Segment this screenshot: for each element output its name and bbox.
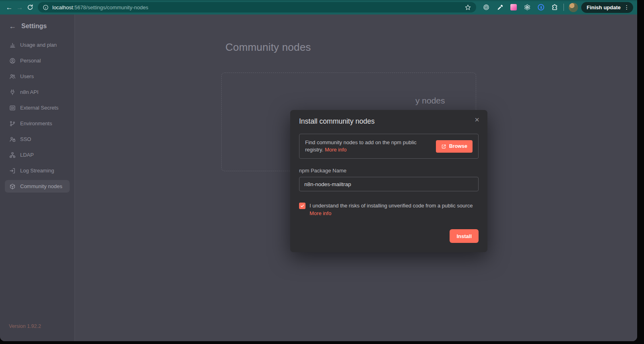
browser-toolbar: ← → localhost:5678/settings/community-no…	[0, 0, 637, 15]
empty-state-heading-fragment: y nodes	[415, 96, 445, 106]
sidebar-item-log-streaming[interactable]: Log Streaming	[5, 164, 70, 177]
sidebar-item-label: SSO	[20, 136, 31, 142]
sidebar-item-sso[interactable]: SSO	[5, 133, 70, 145]
cube-icon	[9, 183, 16, 190]
sidebar-item-label: Usage and plan	[20, 42, 57, 48]
site-info-icon[interactable]	[43, 4, 49, 10]
finish-update-label: Finish update	[587, 4, 621, 10]
url-text: localhost:5678/settings/community-nodes	[52, 4, 148, 10]
extensions-puzzle-icon[interactable]	[551, 4, 559, 11]
sidebar-item-label: Environments	[20, 120, 52, 126]
log-in-icon	[9, 168, 16, 174]
vault-icon	[9, 105, 16, 111]
extensions-row	[483, 4, 559, 11]
risk-acknowledgement-row: I understand the risks of installing unv…	[299, 202, 479, 217]
plug-icon	[9, 89, 16, 95]
sidebar-item-label: LDAP	[20, 152, 34, 158]
sidebar-item-ldap[interactable]: LDAP	[5, 149, 70, 161]
sidebar-title: Settings	[21, 23, 47, 30]
settings-back-header[interactable]: ← Settings	[5, 23, 70, 30]
risk-text-block: I understand the risks of installing unv…	[310, 202, 479, 217]
risk-text: I understand the risks of installing unv…	[310, 202, 479, 209]
check-icon	[300, 204, 304, 208]
finish-update-button[interactable]: Finish update ⋮	[581, 2, 634, 13]
sidebar-item-n8n-api[interactable]: n8n API	[5, 86, 70, 98]
address-bar[interactable]: localhost:5678/settings/community-nodes	[38, 2, 476, 12]
one-password-icon[interactable]	[537, 4, 545, 11]
bookmark-star-icon[interactable]	[464, 4, 471, 11]
risk-checkbox[interactable]	[299, 203, 305, 209]
sidebar-item-environments[interactable]: Environments	[5, 117, 70, 130]
package-name-input[interactable]	[299, 177, 479, 191]
page-title: Community nodes	[225, 41, 311, 54]
url-host: localhost	[52, 4, 73, 10]
sidebar-item-usage-and-plan[interactable]: Usage and plan	[5, 39, 70, 51]
community-nodes-page: Community nodes y nodes Install communit…	[75, 15, 637, 341]
forward-button[interactable]: →	[14, 2, 25, 12]
more-info-link[interactable]: More info	[325, 147, 347, 153]
external-link-icon	[441, 144, 446, 149]
browser-menu-icon[interactable]: ⋮	[624, 4, 630, 10]
sidebar-item-label: External Secrets	[20, 105, 58, 111]
url-path: :5678/settings/community-nodes	[73, 4, 148, 10]
close-icon[interactable]: ×	[473, 114, 481, 125]
info-text-body: Find community nodes to add on the npm p…	[305, 139, 417, 153]
users-icon	[9, 73, 16, 80]
npm-info-callout: Find community nodes to add on the npm p…	[299, 134, 479, 159]
settings-sidebar: ← Settings Usage and plan Personal Users…	[0, 15, 75, 341]
install-community-nodes-modal: Install community nodes × Find community…	[290, 110, 487, 252]
info-text: Find community nodes to add on the npm p…	[305, 139, 431, 153]
eyedropper-icon[interactable]	[496, 4, 504, 11]
browser-window: ← → localhost:5678/settings/community-no…	[0, 0, 637, 341]
sidebar-item-label: Users	[20, 73, 34, 79]
package-name-label: npm Package Name	[299, 168, 479, 174]
browse-button-label: Browse	[449, 143, 467, 149]
sidebar-item-personal[interactable]: Personal	[5, 54, 70, 67]
risk-more-info-link[interactable]: More info	[310, 210, 331, 217]
target-icon[interactable]	[483, 4, 490, 11]
sidebar-item-label: Personal	[20, 58, 41, 64]
sidebar-item-label: Community nodes	[20, 183, 62, 189]
sidebar-item-label: Log Streaming	[20, 168, 54, 174]
user-lock-icon	[9, 136, 16, 143]
modal-title: Install community nodes	[299, 117, 479, 126]
user-circle-icon	[9, 58, 16, 64]
reload-button[interactable]	[25, 2, 35, 12]
back-button[interactable]: ←	[4, 2, 14, 12]
back-arrow-icon[interactable]: ←	[9, 23, 16, 30]
sidebar-item-label: n8n API	[20, 89, 39, 95]
browse-button[interactable]: Browse	[436, 140, 473, 153]
sidebar-item-external-secrets[interactable]: External Secrets	[5, 102, 70, 114]
install-button[interactable]: Install	[450, 229, 479, 243]
reload-icon	[27, 4, 33, 10]
version-label[interactable]: Version 1.92.2	[9, 323, 41, 329]
git-branch-icon	[9, 120, 16, 127]
n8n-app: ← Settings Usage and plan Personal Users…	[0, 15, 637, 341]
sitemap-icon	[9, 152, 16, 158]
toolbar-separator	[564, 4, 564, 11]
profile-avatar[interactable]	[569, 3, 578, 12]
pink-gradient-extension-icon[interactable]	[510, 4, 518, 11]
bar-chart-icon	[9, 42, 16, 48]
sidebar-item-users[interactable]: Users	[5, 70, 70, 83]
sidebar-item-community-nodes[interactable]: Community nodes	[5, 180, 70, 193]
flower-extension-icon[interactable]	[524, 4, 531, 11]
